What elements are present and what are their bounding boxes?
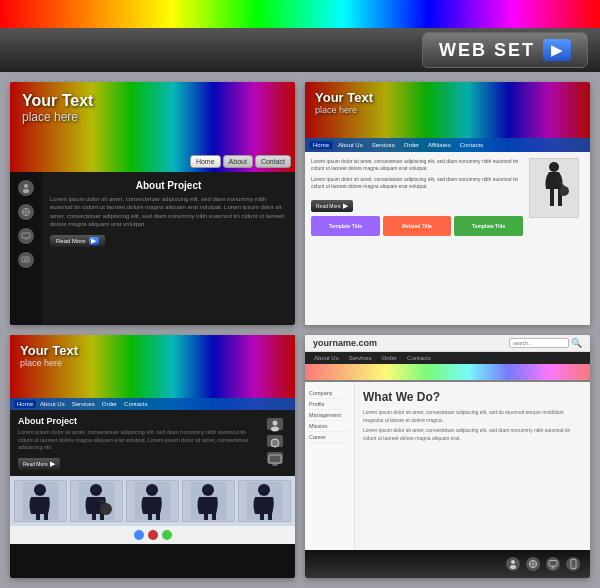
panel2-read-more[interactable]: Read More ▶ [311,200,353,212]
panel4-main: Company Profile Management Mission Caree… [305,382,590,550]
panel3-arrow-icon: ▶ [50,460,55,468]
panel4-nav-order[interactable]: Order [379,354,400,362]
panel2-colored-boxes: Template Title Related Title Template Ti… [311,216,523,236]
gallery-thumb-3[interactable] [126,480,179,522]
panel3-nav-about[interactable]: About Us [37,400,68,408]
panel3-gallery [10,476,295,526]
panel4-lorem2: Lorem ipsum dolor sit amet, consectetuer… [363,427,582,442]
panel-1: Your Text place here Home About Contact [10,82,295,325]
panel1-text-overlay: Your Text place here [22,92,93,124]
svg-rect-38 [549,561,557,567]
panel3-nav-services[interactable]: Services [69,400,98,408]
panel4-nav-services[interactable]: Services [346,354,375,362]
panel1-bottom: About Project Lorem ipsum dolor sit amet… [10,172,295,325]
panel3-nav: Home About Us Services Order Contacts [10,398,295,410]
dot-red[interactable] [148,530,158,540]
panel2-nav-order[interactable]: Order [400,141,423,149]
panel3-middle: About Project Lorem ipsum dolor sit amet… [10,410,295,476]
svg-point-24 [90,484,102,496]
gallery-thumb-5[interactable] [238,480,291,522]
panel2-silhouette [529,158,579,218]
sidebar-item-management[interactable]: Management [309,410,350,421]
panel2-img-col [529,158,584,319]
panel-3: Your Text place here Home About Us Servi… [10,335,295,578]
main-area: Your Text place here Home About Contact [0,72,600,588]
panel4-nav-contacts[interactable]: Contacts [404,354,434,362]
svg-point-14 [271,427,279,432]
panel1-read-more[interactable]: Read More ▶ [50,235,105,247]
sidebar-item-profile[interactable]: Profile [309,399,350,410]
gallery-thumb-2[interactable] [70,480,123,522]
arrow-icon: ▶ [543,39,571,61]
panel1-icon-monitor [18,228,34,244]
panel2-nav-affiliates[interactable]: Affiliates [424,141,455,149]
panel2-nav-about[interactable]: About Us [334,141,367,149]
panel4-icon-mobile [566,557,580,571]
panel4-icon-monitor [546,557,560,571]
svg-point-13 [273,421,278,426]
panel2-main: Lorem ipsum dolor sit amet, consectetuer… [305,152,590,325]
panel3-nav-home[interactable]: Home [14,400,36,408]
svg-point-33 [511,560,515,564]
panel-2: Your Text place here Home About Us Servi… [305,82,590,325]
panel4-nav: About Us Services Order Contacts [305,352,590,364]
panel2-lorem2: Lorem ipsum dolor sit amet, consectetuer… [311,176,523,190]
panel3-icon-monitor [267,452,283,464]
panel1-left-icons [10,172,42,325]
dot-green[interactable] [162,530,172,540]
panel2-text-col: Lorem ipsum dolor sit amet, consectetuer… [311,158,523,319]
panel4-nav-about[interactable]: About Us [311,354,342,362]
svg-rect-18 [269,455,281,463]
box2-label: Related Title [402,223,432,229]
dot-blue[interactable] [134,530,144,540]
panel3-about-title: About Project [18,416,255,426]
panel1-nav-home[interactable]: Home [190,155,221,168]
panel4-search-input[interactable] [509,338,569,348]
panel2-nav-home[interactable]: Home [309,141,333,149]
svg-point-11 [559,186,569,196]
panel3-your-text: Your Text [20,343,78,358]
svg-rect-7 [22,257,29,262]
search-icon: 🔍 [571,338,582,348]
panel3-right-icons [263,416,287,470]
panel1-nav-contact[interactable]: Contact [255,155,291,168]
panel3-nav-contacts[interactable]: Contacts [121,400,151,408]
panel3-place-here: place here [20,358,78,368]
panel3-bottom-controls [10,526,295,544]
rainbow-bar [0,0,600,28]
panel4-content-main: What We Do? Lorem ipsum dolor sit amet, … [355,382,590,550]
panel3-text-overlay: Your Text place here [20,343,78,368]
svg-point-25 [100,503,112,515]
panel4-bottom-bar [305,550,590,578]
panel1-icon-globe [18,204,34,220]
panel4-site-name: yourname.com [313,338,377,348]
svg-point-1 [23,189,29,193]
sidebar-item-mission[interactable]: Mission [309,421,350,432]
sidebar-item-career[interactable]: Career [309,432,350,443]
gallery-thumb-1[interactable] [14,480,67,522]
svg-point-42 [573,566,574,567]
sidebar-item-company[interactable]: Company [309,388,350,399]
panel1-nav: Home About Contact [186,151,295,172]
header-bar: WEB SET ▶ [0,28,600,72]
panel1-nav-about[interactable]: About [223,155,253,168]
panel3-lorem: Lorem ipsum dolor sit amet, consectetuer… [18,429,255,452]
svg-point-32 [258,484,270,496]
panel-4: yourname.com 🔍 About Us Services Order C… [305,335,590,578]
panel2-box-2: Related Title [383,216,452,236]
panel4-icon-person [506,557,520,571]
svg-point-10 [549,162,559,172]
panel2-nav-services[interactable]: Services [368,141,399,149]
panel4-icon-globe [526,557,540,571]
panel2-your-text: Your Text [315,90,373,105]
panel3-read-more[interactable]: Read More ▶ [18,458,60,470]
read-more-arrow-icon: ▶ [89,237,99,245]
panel4-lorem1: Lorem ipsum dolor sit amet, consectetuer… [363,409,582,424]
panel2-top: Your Text place here Home About Us Servi… [305,82,590,152]
web-set-button[interactable]: WEB SET ▶ [422,32,588,68]
gallery-thumb-4[interactable] [182,480,235,522]
panel3-nav-order[interactable]: Order [99,400,120,408]
box3-label: Template Title [472,223,505,229]
panel2-nav-contacts[interactable]: Contacts [456,141,488,149]
panel3-icon-globe [267,435,283,447]
